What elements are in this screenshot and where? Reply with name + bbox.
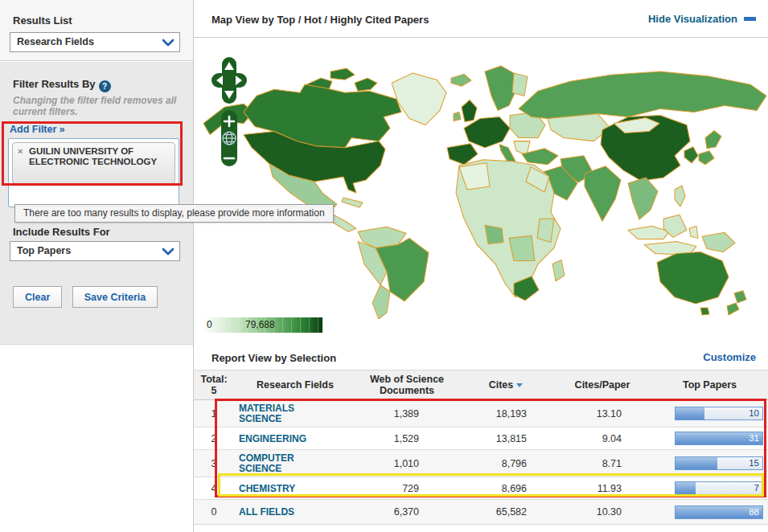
- include-results-dropdown[interactable]: Top Papers: [10, 241, 180, 261]
- country-shape: [447, 144, 478, 165]
- filter-input-box[interactable]: × GUILIN UNIVERSITY OF ELECTRONIC TECHNO…: [8, 138, 179, 207]
- save-criteria-button[interactable]: Save Criteria: [72, 286, 158, 308]
- table-row: 4 CHEMISTRY 729 8,696 11.93 7: [194, 477, 768, 500]
- table-row: 2 ENGINEERING 1,529 13,815 9.04 31: [194, 428, 768, 450]
- results-list-section: Results List Research Fields: [0, 0, 193, 61]
- esi-application: Results List Research Fields Filter Resu…: [0, 0, 768, 532]
- country-shape: [485, 225, 503, 243]
- report-header: Report View by Selection Customize: [194, 345, 768, 370]
- country-shape: [657, 252, 729, 303]
- country-shape: [462, 100, 477, 121]
- country-shape: [705, 131, 721, 149]
- field-link[interactable]: COMPUTER SCIENCE: [239, 453, 329, 474]
- country-shape: [392, 73, 446, 125]
- results-list-dropdown[interactable]: Research Fields: [10, 32, 180, 52]
- top-papers-bar: 88: [675, 505, 763, 519]
- remove-filter-icon[interactable]: ×: [18, 146, 23, 157]
- row-cites: 65,582: [458, 500, 554, 525]
- col-header-cites-sort[interactable]: Cites: [458, 370, 554, 400]
- map-view-title: Map View by Top / Hot / Highly Cited Pap…: [212, 14, 429, 26]
- customize-link[interactable]: Customize: [703, 351, 756, 363]
- results-list-dropdown-value: Research Fields: [17, 36, 94, 47]
- pan-control: [212, 57, 247, 104]
- field-link[interactable]: CHEMISTRY: [239, 484, 295, 494]
- total-count: 5: [194, 385, 234, 396]
- hide-visualization-label: Hide Visualization: [648, 13, 737, 25]
- map-navigation-control[interactable]: [212, 57, 247, 166]
- report-table: Total: 5 Research Fields Web of Science …: [194, 370, 768, 525]
- country-shape: [552, 260, 565, 281]
- field-link[interactable]: MATERIALS SCIENCE: [239, 403, 329, 424]
- country-shape: [454, 112, 461, 121]
- help-icon[interactable]: ?: [99, 80, 111, 92]
- map-header: Map View by Top / Hot / Highly Cited Pap…: [194, 0, 768, 38]
- country-shape: [519, 72, 766, 121]
- hide-visualization-link[interactable]: Hide Visualization: [648, 13, 756, 25]
- table-row: 0 ALL FIELDS 6,370 65,582 10.30 88: [194, 500, 768, 525]
- country-shape: [342, 198, 363, 207]
- results-tooltip: There are too many results to display, p…: [14, 204, 334, 223]
- row-cites-per-paper: 11.93: [554, 477, 651, 500]
- bar-value: 10: [749, 408, 759, 418]
- country-shape: [512, 73, 528, 96]
- top-papers-bar: 15: [675, 456, 763, 470]
- map-area: 0 79,688: [194, 38, 768, 345]
- total-header: Total: 5: [194, 370, 234, 400]
- row-docs: 729: [356, 477, 458, 500]
- row-rank: 1: [194, 400, 234, 428]
- row-cites: 13,815: [458, 428, 554, 450]
- country-shape: [689, 226, 698, 238]
- col-header-cites-per-paper: Cites/Paper: [554, 370, 651, 400]
- field-link[interactable]: ALL FIELDS: [239, 507, 294, 518]
- table-header-row: Total: 5 Research Fields Web of Science …: [194, 370, 768, 400]
- filter-buttons: Clear Save Criteria: [13, 286, 164, 308]
- row-docs: 1,389: [356, 400, 458, 428]
- report-view-title: Report View by Selection: [212, 352, 336, 364]
- bar-value: 88: [749, 507, 759, 517]
- country-shape: [464, 117, 510, 147]
- country-shape: [355, 78, 377, 91]
- filter-note: Changing the filter field removes all cu…: [13, 95, 178, 117]
- country-shape: [700, 308, 709, 315]
- bar-value: 15: [749, 458, 759, 468]
- row-rank: 2: [194, 428, 234, 450]
- country-shape: [699, 151, 714, 165]
- chevron-down-icon: [162, 247, 175, 256]
- country-shape: [628, 226, 669, 239]
- row-docs: 1,529: [356, 428, 458, 450]
- country-shape: [509, 235, 535, 260]
- add-filter-link[interactable]: Add Filter »: [10, 124, 65, 135]
- sort-down-icon: [516, 383, 523, 387]
- row-cites: 18,193: [458, 400, 554, 428]
- world-choropleth-map[interactable]: [194, 60, 768, 319]
- row-cites-per-paper: 10.30: [554, 500, 651, 525]
- bar-fill: [676, 407, 704, 419]
- top-papers-bar: 7: [675, 481, 763, 495]
- clear-button[interactable]: Clear: [13, 286, 62, 308]
- row-cites-per-paper: 9.04: [554, 428, 651, 450]
- top-papers-bar: 31: [675, 432, 763, 445]
- row-cites: 8,696: [458, 477, 554, 500]
- main-panel: Map View by Top / Hot / Highly Cited Pap…: [193, 0, 768, 532]
- country-shape: [727, 303, 739, 315]
- field-link[interactable]: ENGINEERING: [239, 434, 306, 444]
- bar-value: 31: [749, 433, 759, 443]
- row-docs: 1,010: [356, 450, 458, 477]
- collapse-minus-icon: [744, 17, 756, 21]
- filter-chip-label: GUILIN UNIVERSITY OF ELECTRONIC TECHNOLO…: [29, 146, 157, 166]
- country-shape: [451, 74, 471, 86]
- bar-fill: [676, 482, 696, 494]
- zoom-control: [221, 110, 237, 166]
- include-results-title: Include Results For: [13, 226, 110, 238]
- legend-max-label: 79,688: [245, 319, 275, 330]
- country-shape: [499, 145, 515, 163]
- filter-section-title: Filter Results By?: [13, 78, 111, 92]
- country-shape: [675, 186, 685, 207]
- country-shape: [585, 166, 621, 221]
- table-row: 3 COMPUTER SCIENCE 1,010 8,796 8.71 15: [194, 450, 768, 477]
- results-list-title: Results List: [13, 14, 72, 27]
- country-shape: [372, 285, 390, 319]
- filter-title-text: Filter Results By: [13, 78, 96, 90]
- country-shape: [548, 113, 610, 141]
- table-row: 1 MATERIALS SCIENCE 1,389 18,193 13.10 1…: [194, 400, 768, 428]
